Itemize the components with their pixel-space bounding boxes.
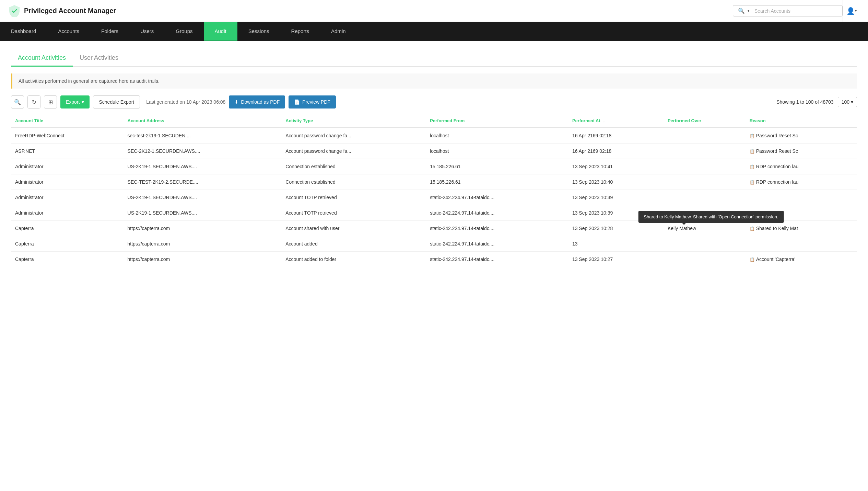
cell-performed-from: static-242.224.97.14-tataidc.... bbox=[426, 252, 568, 267]
nav-item-audit[interactable]: Audit bbox=[204, 22, 237, 41]
col-performed-over[interactable]: Performed Over bbox=[664, 114, 746, 128]
cell-activity-type: Account TOTP retrieved bbox=[281, 190, 426, 205]
table-row: Capterrahttps://capterra.comAccount shar… bbox=[11, 221, 857, 236]
cell-account-address: US-2K19-1.SECURDEN.AWS.... bbox=[124, 190, 282, 205]
tab-account-activities[interactable]: Account Activities bbox=[11, 51, 73, 67]
cell-account-title: Administrator bbox=[11, 159, 124, 174]
per-page-select[interactable]: 100 ▾ bbox=[838, 97, 857, 107]
cell-performed-at: 16 Apr 2169 02:18 bbox=[568, 144, 664, 159]
col-account-address[interactable]: Account Address bbox=[124, 114, 282, 128]
cell-reason: 📋RDP connection lau bbox=[746, 174, 857, 190]
cell-performed-at: 13 Sep 2023 10:41 bbox=[568, 159, 664, 174]
table-row: ASP.NETSEC-2K12-1.SECURDEN.AWS....Accoun… bbox=[11, 144, 857, 159]
cell-performed-over bbox=[664, 190, 746, 205]
cell-activity-type: Connection established bbox=[281, 174, 426, 190]
export-button[interactable]: Export ▾ bbox=[60, 95, 90, 109]
download-pdf-button[interactable]: ⬇ Download as PDF bbox=[229, 95, 285, 109]
reason-icon: 📋 bbox=[750, 226, 755, 231]
cell-performed-over bbox=[664, 159, 746, 174]
cell-activity-type: Account TOTP retrieved bbox=[281, 205, 426, 221]
toolbar-right: Showing 1 to 100 of 48703 100 ▾ bbox=[776, 97, 857, 107]
download-icon: ⬇ bbox=[234, 99, 238, 105]
nav-item-dashboard[interactable]: Dashboard bbox=[0, 22, 47, 41]
search-icon: 🔍 bbox=[738, 8, 745, 14]
download-pdf-label: Download as PDF bbox=[241, 99, 280, 105]
preview-icon: 📄 bbox=[294, 99, 300, 105]
schedule-export-button[interactable]: Schedule Export bbox=[93, 95, 140, 109]
cell-account-title: Capterra bbox=[11, 236, 124, 252]
col-account-title[interactable]: Account Title bbox=[11, 114, 124, 128]
nav-item-folders[interactable]: Folders bbox=[90, 22, 129, 41]
cell-activity-type: Connection established bbox=[281, 159, 426, 174]
col-performed-from[interactable]: Performed From bbox=[426, 114, 568, 128]
table-header-row: Account Title Account Address Activity T… bbox=[11, 114, 857, 128]
col-performed-at[interactable]: Performed At ↓ bbox=[568, 114, 664, 128]
preview-pdf-button[interactable]: 📄 Preview PDF bbox=[289, 95, 336, 109]
logo-icon bbox=[8, 5, 21, 17]
table-row: Capterrahttps://capterra.comAccount adde… bbox=[11, 236, 857, 252]
cell-performed-over bbox=[664, 205, 746, 221]
cell-performed-from: static-242.224.97.14-tataidc.... bbox=[426, 205, 568, 221]
cell-performed-over: Kelly MathewShared to Kelly Mathew. Shar… bbox=[664, 221, 746, 236]
cell-performed-at: 16 Apr 2169 02:18 bbox=[568, 128, 664, 144]
cell-reason bbox=[746, 236, 857, 252]
cell-performed-at: 13 Sep 2023 10:39 bbox=[568, 205, 664, 221]
cell-performed-over bbox=[664, 128, 746, 144]
toolbar: 🔍 ↻ ⊞ Export ▾ Schedule Export Last gene… bbox=[11, 95, 857, 109]
app-title: Privileged Account Manager bbox=[24, 7, 116, 15]
search-placeholder: Search Accounts bbox=[754, 8, 790, 14]
reason-icon: 📋 bbox=[750, 180, 755, 185]
cell-performed-at: 13 Sep 2023 10:39 bbox=[568, 190, 664, 205]
cell-reason: 📋Password Reset Sc bbox=[746, 128, 857, 144]
col-activity-type[interactable]: Activity Type bbox=[281, 114, 426, 128]
top-bar: Privileged Account Manager 🔍 ▾ Search Ac… bbox=[0, 0, 868, 22]
table-row: Capterrahttps://capterra.comAccount adde… bbox=[11, 252, 857, 267]
tab-user-activities[interactable]: User Activities bbox=[73, 51, 125, 67]
cell-account-address: https://capterra.com bbox=[124, 252, 282, 267]
nav-item-admin[interactable]: Admin bbox=[320, 22, 357, 41]
cell-account-address: US-2K19-1.SECURDEN.AWS.... bbox=[124, 205, 282, 221]
cell-activity-type: Account shared with user bbox=[281, 221, 426, 236]
info-message: All activities performed in general are … bbox=[11, 73, 857, 89]
user-menu-button[interactable]: 👤 ▾ bbox=[843, 0, 860, 22]
search-button[interactable]: 🔍 bbox=[11, 95, 24, 109]
search-chevron-icon: ▾ bbox=[748, 9, 750, 13]
preview-pdf-label: Preview PDF bbox=[302, 99, 330, 105]
columns-button[interactable]: ⊞ bbox=[44, 95, 57, 109]
tooltip-wrapper: Kelly MathewShared to Kelly Mathew. Shar… bbox=[668, 226, 696, 231]
reason-icon: 📋 bbox=[750, 134, 755, 138]
main-content: Account Activities User Activities All a… bbox=[0, 41, 868, 277]
table-row: AdministratorUS-2K19-1.SECURDEN.AWS....C… bbox=[11, 159, 857, 174]
top-right: 🔍 ▾ Search Accounts 👤 ▾ bbox=[733, 0, 860, 22]
nav-item-sessions[interactable]: Sessions bbox=[237, 22, 280, 41]
cell-account-address: sec-test-2k19-1.SECUDEN.... bbox=[124, 128, 282, 144]
cell-performed-from: 15.185.226.61 bbox=[426, 174, 568, 190]
nav-item-reports[interactable]: Reports bbox=[280, 22, 320, 41]
nav-item-accounts[interactable]: Accounts bbox=[47, 22, 90, 41]
table-row: FreeRDP-WebConnectsec-test-2k19-1.SECUDE… bbox=[11, 128, 857, 144]
cell-activity-type: Account added to folder bbox=[281, 252, 426, 267]
cell-account-title: Capterra bbox=[11, 221, 124, 236]
cell-activity-type: Account password change fa... bbox=[281, 128, 426, 144]
refresh-button[interactable]: ↻ bbox=[27, 95, 40, 109]
cell-performed-from: localhost bbox=[426, 144, 568, 159]
cell-performed-from: 15.185.226.61 bbox=[426, 159, 568, 174]
col-reason[interactable]: Reason bbox=[746, 114, 857, 128]
cell-reason bbox=[746, 205, 857, 221]
export-chevron-icon: ▾ bbox=[82, 99, 84, 105]
table-row: AdministratorUS-2K19-1.SECURDEN.AWS....A… bbox=[11, 190, 857, 205]
cell-performed-over bbox=[664, 144, 746, 159]
nav-item-groups[interactable]: Groups bbox=[165, 22, 203, 41]
cell-reason: 📋Shared to Kelly Mat bbox=[746, 221, 857, 236]
cell-account-address: US-2K19-1.SECURDEN.AWS.... bbox=[124, 159, 282, 174]
cell-performed-from: localhost bbox=[426, 128, 568, 144]
cell-account-address: SEC-TEST-2K19-2.SECURDE.... bbox=[124, 174, 282, 190]
cell-account-title: Administrator bbox=[11, 190, 124, 205]
search-bar[interactable]: 🔍 ▾ Search Accounts bbox=[733, 5, 843, 16]
page-tabs: Account Activities User Activities bbox=[11, 51, 857, 67]
cell-reason: 📋RDP connection lau bbox=[746, 159, 857, 174]
nav-item-users[interactable]: Users bbox=[129, 22, 165, 41]
cell-reason: 📋Password Reset Sc bbox=[746, 144, 857, 159]
nav-bar: Dashboard Accounts Folders Users Groups … bbox=[0, 22, 868, 41]
performed-at-sort-icon: ↓ bbox=[603, 119, 605, 123]
